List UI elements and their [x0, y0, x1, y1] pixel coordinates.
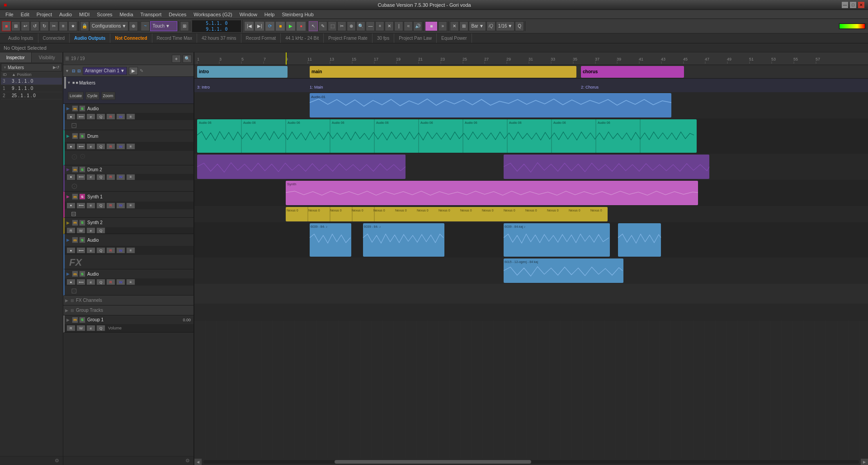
- transport-play[interactable]: ▶: [286, 21, 296, 31]
- toolbar-automation-icon[interactable]: ~: [141, 21, 150, 31]
- audio3-q-btn[interactable]: Q: [96, 279, 105, 285]
- audio1-solo-button[interactable]: S: [79, 105, 85, 112]
- audio2-mute-button[interactable]: m: [72, 237, 78, 243]
- synth2-expand[interactable]: ▶: [66, 221, 71, 225]
- synth2-mute-button[interactable]: m: [72, 220, 78, 226]
- synth1-solo-button[interactable]: S: [79, 193, 85, 200]
- minimize-button[interactable]: —: [842, 2, 848, 8]
- fx-channels-expand[interactable]: ▶: [65, 298, 70, 303]
- synth1-expand[interactable]: ▶: [66, 194, 71, 199]
- audio3-r-btn[interactable]: R: [106, 279, 115, 285]
- configurations-dropdown[interactable]: Configurations ▼: [90, 21, 128, 31]
- transport-goto-end[interactable]: ▶|: [255, 21, 264, 31]
- tool-speaker[interactable]: 🔊: [413, 21, 422, 31]
- synth1-more-btn[interactable]: ≡: [126, 202, 135, 209]
- audio3-e-btn[interactable]: e: [86, 279, 95, 285]
- tool-glue[interactable]: ⊕: [347, 21, 356, 31]
- audio3-solo-button[interactable]: S: [79, 271, 85, 277]
- info-not-connected[interactable]: Not Connected: [110, 33, 152, 43]
- inspector-tab[interactable]: Inspector: [0, 52, 32, 62]
- synth2-q-btn[interactable]: Q: [96, 227, 105, 234]
- marker-cycle-button[interactable]: Cycle: [85, 92, 99, 100]
- drum-solo-button[interactable]: S: [79, 133, 85, 139]
- drum2-w-btn[interactable]: W: [116, 174, 125, 180]
- audio3-w-btn[interactable]: W: [116, 279, 125, 285]
- horizontal-scrollbar-track[interactable]: [203, 460, 859, 464]
- toolbar-right-1[interactable]: ✕: [450, 21, 459, 31]
- synth1-q-btn[interactable]: Q: [96, 202, 105, 209]
- toolbar-btn-6[interactable]: ★: [68, 21, 77, 31]
- menu-devices[interactable]: Devices: [165, 11, 190, 18]
- tool-select[interactable]: ↖: [309, 21, 318, 31]
- audio2-r-btn[interactable]: R: [106, 247, 115, 254]
- drum2-read-btn[interactable]: ●: [66, 174, 75, 180]
- track-settings-icon[interactable]: ⚙: [185, 458, 192, 464]
- group1-expand[interactable]: ▶: [66, 318, 71, 322]
- group1-r-btn[interactable]: R: [66, 325, 75, 331]
- group1-w-btn[interactable]: W: [76, 325, 85, 331]
- transport-record[interactable]: ●: [296, 21, 306, 31]
- close-button[interactable]: ✕: [858, 2, 864, 8]
- drum2-write-btn[interactable]: ⟵: [76, 174, 85, 180]
- drum-q-btn[interactable]: Q: [96, 143, 105, 150]
- drum2-more-btn[interactable]: ≡: [126, 174, 135, 180]
- markers-section-header[interactable]: ▼ Markers ▶ ↺: [1, 63, 62, 71]
- drum2-q-btn[interactable]: Q: [96, 174, 105, 180]
- group1-q-btn[interactable]: Q: [96, 325, 105, 331]
- synth1-write-btn[interactable]: ⟵: [76, 202, 85, 209]
- audio1-mute-button[interactable]: m: [72, 105, 78, 112]
- marker-locate-button[interactable]: Locate: [68, 92, 84, 100]
- drum-more-btn[interactable]: ≡: [126, 143, 135, 150]
- toolbar-btn-5[interactable]: ≡: [59, 21, 68, 31]
- synth2-solo-button[interactable]: S: [79, 220, 85, 226]
- color-button[interactable]: ■: [425, 21, 438, 31]
- tool-draw[interactable]: ✎: [318, 21, 327, 31]
- audio3-more-btn[interactable]: ≡: [126, 279, 135, 285]
- bar-dropdown[interactable]: Bar ▼: [469, 21, 486, 31]
- menu-audio[interactable]: Audio: [56, 11, 75, 18]
- audio3-read-btn[interactable]: ●: [66, 279, 75, 285]
- synth1-w-btn[interactable]: W: [116, 202, 125, 209]
- add-track-button[interactable]: +: [172, 55, 181, 63]
- audio2-q-btn[interactable]: Q: [96, 247, 105, 254]
- drum2-r-btn[interactable]: R: [106, 174, 115, 180]
- audio1-more-btn[interactable]: ≡: [126, 113, 135, 120]
- audio2-write-btn[interactable]: ⟵: [76, 247, 85, 254]
- marker-track-expand[interactable]: ▼: [67, 80, 71, 85]
- audio2-read-btn[interactable]: ●: [66, 247, 75, 254]
- menu-media[interactable]: Media: [116, 11, 137, 18]
- audio2-e-btn[interactable]: e: [86, 247, 95, 254]
- info-audio-inputs[interactable]: Audio Inputs: [4, 33, 38, 43]
- drum-mute-button[interactable]: m: [72, 133, 78, 139]
- arranger-block-main[interactable]: [310, 66, 576, 78]
- audio3-write-btn[interactable]: ⟵: [76, 279, 85, 285]
- marker-row-3[interactable]: 3 3 . 1 . 1 . 0: [1, 78, 62, 85]
- info-audio-outputs[interactable]: Audio Outputs: [70, 33, 110, 43]
- audio1-write-btn[interactable]: ⟵: [76, 113, 85, 120]
- marker-row-2[interactable]: 2 25 . 1 . 1 . 0: [1, 92, 62, 99]
- search-track-button[interactable]: 🔍: [183, 55, 192, 63]
- group1-e-btn[interactable]: e: [86, 325, 95, 331]
- horizontal-scrollbar-thumb[interactable]: [335, 460, 531, 464]
- tool-erase[interactable]: ⬚: [328, 21, 337, 31]
- toolbar-config-lock[interactable]: 🔒: [80, 21, 89, 31]
- toolbar-iQ-icon[interactable]: iQ: [486, 21, 495, 31]
- scrollbar-right-btn[interactable]: ▶: [861, 459, 868, 465]
- toolbar-btn-cut[interactable]: ✂: [49, 21, 58, 31]
- tool-split[interactable]: ✂: [337, 21, 346, 31]
- visibility-tab[interactable]: Visibility: [32, 52, 63, 62]
- drum-write-btn[interactable]: ⟵: [76, 143, 85, 150]
- drum2-solo-button[interactable]: S: [79, 166, 85, 173]
- toolbar-q-btn[interactable]: Q: [515, 21, 524, 31]
- audio1-q-btn[interactable]: Q: [96, 113, 105, 120]
- synth1-mute-button[interactable]: m: [72, 193, 78, 200]
- scrollbar-left-btn[interactable]: ◀: [194, 459, 202, 465]
- audio1-w-btn[interactable]: W: [116, 113, 125, 120]
- synth1-r-btn[interactable]: R: [106, 202, 115, 209]
- audio2-expand[interactable]: ▶: [66, 238, 71, 242]
- menu-midi[interactable]: MIDI: [75, 11, 93, 18]
- toolbar-btn-1[interactable]: ■: [2, 21, 11, 31]
- drum-r-btn[interactable]: R: [106, 143, 115, 150]
- audio1-r-btn[interactable]: R: [106, 113, 115, 120]
- info-connected[interactable]: Connected: [38, 33, 70, 43]
